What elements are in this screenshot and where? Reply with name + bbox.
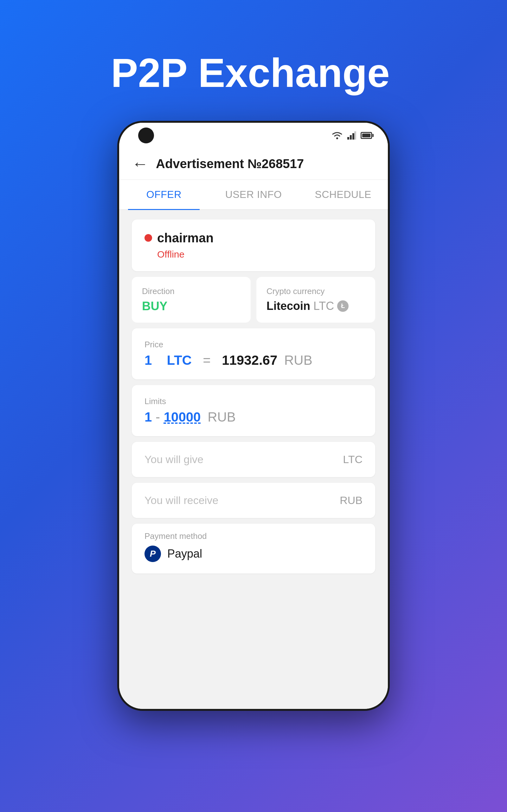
svg-rect-2 [350,135,352,140]
user-card: chairman Offline [132,219,375,271]
direction-buy: BUY [142,299,167,313]
svg-rect-3 [352,133,354,140]
signal-icon [347,131,356,140]
page-title: Advertisement №268517 [156,157,304,171]
back-button[interactable]: ← [132,155,148,172]
direction-value: BUY [142,299,240,313]
crypto-label: Crypto currency [267,287,365,296]
status-dot [145,234,152,242]
user-name-row: chairman [145,231,362,245]
svg-rect-1 [347,137,349,140]
price-card: Price 1 LTC = 11932.67 RUB [132,328,375,379]
phone-screen: ← Advertisement №268517 OFFER USER INFO … [119,123,388,709]
ltc-icon: Ł [337,300,349,312]
price-fiat: RUB [284,353,313,368]
user-status: Offline [157,249,362,260]
paypal-icon: P [145,546,161,562]
crypto-name: Litecoin [267,299,310,313]
content-area: chairman Offline Direction BUY Crypto cu… [119,210,388,709]
svg-rect-4 [354,131,356,140]
tab-offer[interactable]: OFFER [119,180,209,209]
direction-card: Direction BUY [132,277,250,322]
status-bar [119,123,388,148]
direction-crypto-row: Direction BUY Crypto currency Litecoin L… [132,277,375,322]
crypto-symbol: LTC [314,299,334,313]
limits-value: 1 - 10000 RUB [145,409,362,425]
crypto-card: Crypto currency Litecoin LTC Ł [257,277,375,322]
give-currency: LTC [343,453,362,466]
payment-row: P Paypal [145,546,362,562]
phone-mockup: ← Advertisement №268517 OFFER USER INFO … [111,121,396,723]
receive-placeholder: You will receive [145,494,218,507]
price-label: Price [145,340,362,350]
limit-currency: RUB [208,409,236,424]
give-input-card[interactable]: You will give LTC [132,442,375,477]
receive-input-card[interactable]: You will receive RUB [132,483,375,518]
limits-label: Limits [145,397,362,406]
direction-label: Direction [142,287,240,296]
username: chairman [157,231,214,245]
limits-card: Limits 1 - 10000 RUB [132,385,375,436]
payment-name: Paypal [167,547,202,560]
wifi-icon [331,131,343,140]
price-amount: 1 [145,353,152,368]
crypto-value: Litecoin LTC Ł [267,299,365,313]
tab-schedule[interactable]: SCHEDULE [298,180,388,209]
price-number: 11932.67 [222,353,277,368]
limit-min: 1 [145,409,152,424]
price-crypto-symbol: LTC [167,353,192,368]
status-icons [331,131,372,140]
tab-user-info[interactable]: USER INFO [209,180,298,209]
hero-title: P2P Exchange [111,51,396,96]
limit-max: 10000 [164,409,201,424]
camera-notch [138,128,154,143]
receive-currency: RUB [340,494,362,507]
app-header: ← Advertisement №268517 [119,148,388,180]
limit-dash: - [156,409,164,424]
price-value: 1 LTC = 11932.67 RUB [145,353,362,368]
payment-card: Payment method P Paypal [132,524,375,573]
give-placeholder: You will give [145,453,204,466]
battery-icon [360,132,372,139]
phone-frame: ← Advertisement №268517 OFFER USER INFO … [117,121,390,711]
tabs-bar: OFFER USER INFO SCHEDULE [119,180,388,210]
svg-point-0 [336,137,338,139]
payment-label: Payment method [145,531,362,541]
